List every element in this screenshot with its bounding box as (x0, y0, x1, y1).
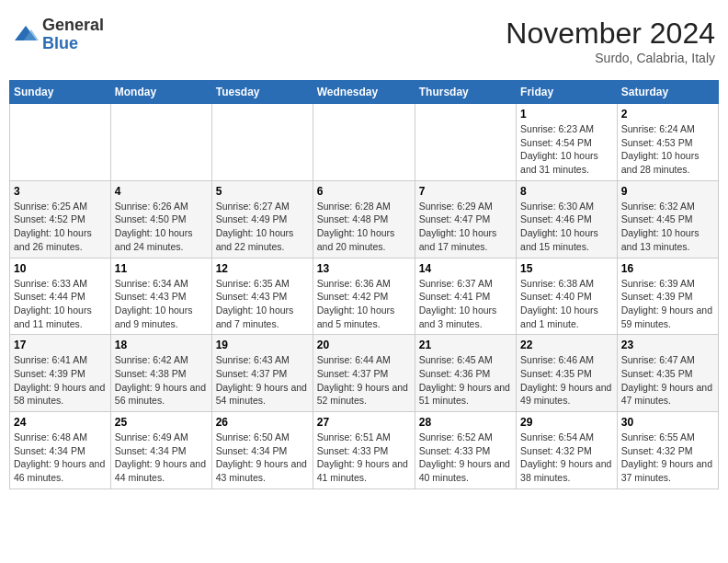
day-info: Sunrise: 6:52 AM Sunset: 4:33 PM Dayligh… (419, 431, 512, 485)
calendar-cell: 9Sunrise: 6:32 AM Sunset: 4:45 PM Daylig… (617, 180, 718, 258)
weekday-header-thursday: Thursday (415, 81, 516, 104)
day-number: 28 (419, 416, 512, 429)
day-info: Sunrise: 6:45 AM Sunset: 4:36 PM Dayligh… (419, 353, 512, 408)
day-number: 7 (419, 185, 512, 198)
calendar-cell (415, 104, 516, 181)
day-info: Sunrise: 6:38 AM Sunset: 4:40 PM Dayligh… (520, 277, 613, 331)
logo-general-text: General (42, 17, 104, 35)
logo-icon (13, 22, 39, 48)
day-info: Sunrise: 6:26 AM Sunset: 4:50 PM Dayligh… (115, 200, 208, 254)
calendar-cell: 4Sunrise: 6:26 AM Sunset: 4:50 PM Daylig… (110, 180, 211, 258)
calendar-cell: 20Sunrise: 6:44 AM Sunset: 4:37 PM Dayli… (313, 335, 415, 412)
day-number: 15 (520, 262, 613, 275)
month-title: November 2024 (506, 17, 715, 51)
day-number: 10 (14, 262, 107, 275)
day-number: 13 (317, 262, 411, 275)
day-number: 29 (520, 416, 613, 429)
day-number: 23 (621, 339, 714, 351)
calendar-cell: 17Sunrise: 6:41 AM Sunset: 4:39 PM Dayli… (10, 335, 111, 412)
calendar-cell (211, 104, 313, 181)
day-info: Sunrise: 6:49 AM Sunset: 4:34 PM Dayligh… (115, 431, 208, 485)
calendar-cell: 6Sunrise: 6:28 AM Sunset: 4:48 PM Daylig… (313, 180, 415, 258)
day-info: Sunrise: 6:37 AM Sunset: 4:41 PM Dayligh… (419, 277, 512, 331)
calendar-week-5: 24Sunrise: 6:48 AM Sunset: 4:34 PM Dayli… (10, 412, 719, 489)
day-number: 6 (317, 185, 411, 198)
weekday-header-friday: Friday (517, 81, 618, 104)
day-number: 9 (621, 185, 714, 198)
calendar-cell: 26Sunrise: 6:50 AM Sunset: 4:34 PM Dayli… (211, 412, 313, 489)
day-info: Sunrise: 6:47 AM Sunset: 4:35 PM Dayligh… (621, 353, 714, 408)
calendar-cell: 10Sunrise: 6:33 AM Sunset: 4:44 PM Dayli… (10, 258, 111, 335)
weekday-header-wednesday: Wednesday (313, 81, 415, 104)
day-number: 1 (520, 108, 613, 121)
day-info: Sunrise: 6:24 AM Sunset: 4:53 PM Dayligh… (621, 122, 714, 177)
day-info: Sunrise: 6:30 AM Sunset: 4:46 PM Dayligh… (520, 200, 613, 254)
calendar-cell: 14Sunrise: 6:37 AM Sunset: 4:41 PM Dayli… (415, 258, 516, 335)
weekday-header-saturday: Saturday (617, 81, 718, 104)
calendar-cell: 16Sunrise: 6:39 AM Sunset: 4:39 PM Dayli… (617, 258, 718, 335)
day-number: 27 (317, 416, 411, 429)
calendar-cell: 7Sunrise: 6:29 AM Sunset: 4:47 PM Daylig… (415, 180, 516, 258)
calendar-week-2: 3Sunrise: 6:25 AM Sunset: 4:52 PM Daylig… (10, 180, 719, 258)
day-info: Sunrise: 6:23 AM Sunset: 4:54 PM Dayligh… (520, 122, 613, 177)
logo-blue-text: Blue (42, 35, 104, 53)
day-number: 16 (621, 262, 714, 275)
calendar-table: SundayMondayTuesdayWednesdayThursdayFrid… (9, 80, 719, 489)
day-info: Sunrise: 6:34 AM Sunset: 4:43 PM Dayligh… (115, 277, 208, 331)
day-number: 25 (115, 416, 208, 429)
day-info: Sunrise: 6:32 AM Sunset: 4:45 PM Dayligh… (621, 200, 714, 254)
day-number: 12 (216, 262, 309, 275)
calendar-cell: 19Sunrise: 6:43 AM Sunset: 4:37 PM Dayli… (211, 335, 313, 412)
day-info: Sunrise: 6:46 AM Sunset: 4:35 PM Dayligh… (520, 353, 613, 408)
day-number: 30 (621, 416, 714, 429)
calendar-cell: 12Sunrise: 6:35 AM Sunset: 4:43 PM Dayli… (211, 258, 313, 335)
day-number: 5 (216, 185, 309, 198)
calendar-cell: 28Sunrise: 6:52 AM Sunset: 4:33 PM Dayli… (415, 412, 516, 489)
calendar-cell: 13Sunrise: 6:36 AM Sunset: 4:42 PM Dayli… (313, 258, 415, 335)
calendar-week-3: 10Sunrise: 6:33 AM Sunset: 4:44 PM Dayli… (10, 258, 719, 335)
day-number: 17 (14, 339, 107, 351)
calendar-cell: 30Sunrise: 6:55 AM Sunset: 4:32 PM Dayli… (617, 412, 718, 489)
day-info: Sunrise: 6:44 AM Sunset: 4:37 PM Dayligh… (317, 353, 411, 408)
calendar-week-1: 1Sunrise: 6:23 AM Sunset: 4:54 PM Daylig… (10, 104, 719, 181)
calendar-cell: 1Sunrise: 6:23 AM Sunset: 4:54 PM Daylig… (517, 104, 618, 181)
day-number: 22 (520, 339, 613, 351)
day-info: Sunrise: 6:50 AM Sunset: 4:34 PM Dayligh… (216, 431, 309, 485)
calendar-cell: 25Sunrise: 6:49 AM Sunset: 4:34 PM Dayli… (110, 412, 211, 489)
day-number: 21 (419, 339, 512, 351)
weekday-header-row: SundayMondayTuesdayWednesdayThursdayFrid… (10, 81, 719, 104)
logo: General Blue (13, 17, 104, 53)
day-number: 24 (14, 416, 107, 429)
calendar-cell: 11Sunrise: 6:34 AM Sunset: 4:43 PM Dayli… (110, 258, 211, 335)
weekday-header-sunday: Sunday (10, 81, 111, 104)
calendar-cell: 18Sunrise: 6:42 AM Sunset: 4:38 PM Dayli… (110, 335, 211, 412)
day-info: Sunrise: 6:54 AM Sunset: 4:32 PM Dayligh… (520, 431, 613, 485)
calendar-cell: 22Sunrise: 6:46 AM Sunset: 4:35 PM Dayli… (517, 335, 618, 412)
calendar-cell: 23Sunrise: 6:47 AM Sunset: 4:35 PM Dayli… (617, 335, 718, 412)
calendar-cell: 2Sunrise: 6:24 AM Sunset: 4:53 PM Daylig… (617, 104, 718, 181)
calendar-cell: 27Sunrise: 6:51 AM Sunset: 4:33 PM Dayli… (313, 412, 415, 489)
calendar-cell: 24Sunrise: 6:48 AM Sunset: 4:34 PM Dayli… (10, 412, 111, 489)
day-info: Sunrise: 6:42 AM Sunset: 4:38 PM Dayligh… (115, 353, 208, 408)
calendar-cell: 5Sunrise: 6:27 AM Sunset: 4:49 PM Daylig… (211, 180, 313, 258)
day-number: 3 (14, 185, 107, 198)
calendar-cell: 8Sunrise: 6:30 AM Sunset: 4:46 PM Daylig… (517, 180, 618, 258)
weekday-header-tuesday: Tuesday (211, 81, 313, 104)
day-number: 4 (115, 185, 208, 198)
day-number: 26 (216, 416, 309, 429)
day-number: 18 (115, 339, 208, 351)
day-number: 20 (317, 339, 411, 351)
calendar-week-4: 17Sunrise: 6:41 AM Sunset: 4:39 PM Dayli… (10, 335, 719, 412)
day-info: Sunrise: 6:29 AM Sunset: 4:47 PM Dayligh… (419, 200, 512, 254)
day-info: Sunrise: 6:33 AM Sunset: 4:44 PM Dayligh… (14, 277, 107, 331)
day-info: Sunrise: 6:51 AM Sunset: 4:33 PM Dayligh… (317, 431, 411, 485)
page-header: General Blue November 2024 Surdo, Calabr… (9, 9, 719, 73)
day-info: Sunrise: 6:39 AM Sunset: 4:39 PM Dayligh… (621, 277, 714, 331)
day-info: Sunrise: 6:25 AM Sunset: 4:52 PM Dayligh… (14, 200, 107, 254)
day-info: Sunrise: 6:48 AM Sunset: 4:34 PM Dayligh… (14, 431, 107, 485)
day-info: Sunrise: 6:27 AM Sunset: 4:49 PM Dayligh… (216, 200, 309, 254)
day-number: 11 (115, 262, 208, 275)
calendar-cell: 15Sunrise: 6:38 AM Sunset: 4:40 PM Dayli… (517, 258, 618, 335)
calendar-cell (10, 104, 111, 181)
day-info: Sunrise: 6:43 AM Sunset: 4:37 PM Dayligh… (216, 353, 309, 408)
